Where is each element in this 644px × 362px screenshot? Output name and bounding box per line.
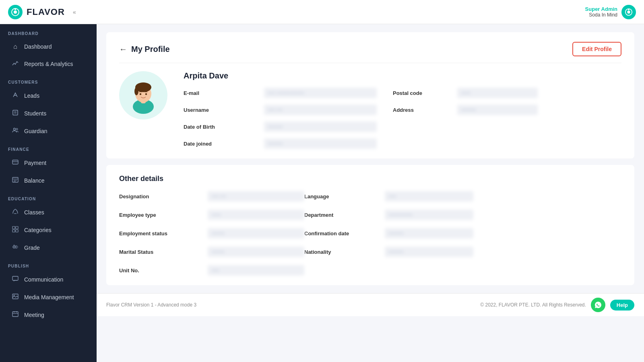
sidebar-section-dashboard: DASHBOARD [0, 24, 97, 38]
profile-details: Arpita Dave E-mail •••• ••••••••••••••• … [184, 71, 621, 149]
sidebar-label-balance: Balance [24, 177, 45, 184]
media-icon [11, 293, 19, 301]
user-info: Super Admin Soda In Mind [585, 6, 617, 18]
sidebar-label-grade: Grade [24, 245, 40, 251]
confirmation-date-label: Confirmation date [304, 230, 385, 237]
marital-value: ••••••• [208, 247, 304, 257]
sidebar-label-guardian: Guardian [24, 128, 47, 134]
sidebar-label-classes: Classes [24, 209, 44, 216]
sidebar-label-communication: Communication [24, 276, 63, 283]
unit-label: Unit No. [119, 267, 208, 274]
sidebar-item-leads[interactable]: Leads [3, 87, 93, 104]
svg-rect-12 [12, 160, 18, 164]
sidebar-section-finance: FINANCE [0, 140, 97, 154]
profile-fields: E-mail •••• ••••••••••••••• Postal code … [184, 88, 621, 149]
profile-card: ← My Profile Edit Profile [106, 32, 634, 158]
footer-right: © 2022, FLAVOR PTE. LTD. All Rights Rese… [480, 298, 634, 312]
email-label: E-mail [184, 90, 264, 96]
sidebar-item-classes[interactable]: Classes [3, 204, 93, 221]
employment-status-label: Employment status [119, 230, 208, 237]
home-icon: ⌂ [11, 43, 19, 50]
sidebar: DASHBOARD ⌂ Dashboard Reports & Analytic… [0, 24, 97, 362]
employee-type-label: Employee type [119, 212, 208, 218]
address-value: •••••••• [457, 105, 538, 115]
svg-rect-22 [16, 230, 18, 232]
meeting-icon [11, 311, 19, 319]
svg-point-24 [14, 247, 14, 247]
edit-profile-button[interactable]: Edit Profile [572, 42, 621, 56]
app-name: FLAVOR [27, 7, 65, 17]
leads-icon [11, 92, 19, 100]
user-avatar-icon[interactable] [621, 5, 636, 19]
footer-version: Flavor CRM Version 1 - Advanced mode 3 [106, 302, 196, 308]
profile-name: Arpita Dave [184, 71, 621, 80]
page-title: My Profile [131, 45, 170, 54]
students-icon [11, 109, 19, 117]
svg-point-41 [140, 93, 141, 95]
sidebar-item-communication[interactable]: Communication [3, 271, 93, 288]
user-role: Super Admin [585, 6, 617, 12]
svg-point-40 [134, 87, 138, 95]
communication-icon [11, 276, 19, 284]
sidebar-item-guardian[interactable]: Guardian [3, 123, 93, 140]
sidebar-item-meeting[interactable]: Meeting [3, 306, 93, 323]
profile-body: Arpita Dave E-mail •••• ••••••••••••••• … [119, 71, 621, 149]
language-label: Language [304, 193, 385, 200]
username-value: •••• ••• [264, 105, 377, 115]
svg-rect-7 [13, 110, 18, 115]
sidebar-label-categories: Categories [24, 227, 52, 233]
classes-icon [11, 208, 19, 216]
language-value: •••• [385, 191, 473, 202]
employment-status-value: ••••••• [208, 228, 304, 239]
sidebar-section-customers: CUSTOMERS [0, 73, 97, 87]
sidebar-label-reports: Reports & Analytics [24, 61, 73, 67]
postal-value: ••••• [457, 88, 538, 98]
other-details-title: Other details [119, 175, 621, 183]
sidebar-label-leads: Leads [24, 93, 39, 99]
designation-value: •••• ••• [208, 191, 304, 202]
help-button[interactable]: Help [610, 300, 634, 311]
main-layout: DASHBOARD ⌂ Dashboard Reports & Analytic… [0, 24, 644, 362]
page-title-area: ← My Profile [119, 45, 170, 54]
top-header: FLAVOR « Super Admin Soda In Mind [0, 0, 644, 24]
sidebar-item-categories[interactable]: Categories [3, 222, 93, 239]
nationality-value: •••••••• [385, 247, 473, 257]
sidebar-item-grade[interactable]: Grade [3, 239, 93, 256]
address-label: Address [377, 107, 457, 113]
sidebar-item-balance[interactable]: Balance [3, 172, 93, 189]
main-content: ← My Profile Edit Profile [97, 24, 644, 362]
designation-label: Designation [119, 193, 208, 200]
logo-icon [8, 5, 23, 19]
employee-type-value: ••••• [208, 210, 304, 220]
sidebar-item-students[interactable]: Students [3, 105, 93, 122]
profile-card-header: ← My Profile Edit Profile [119, 42, 621, 63]
svg-point-10 [14, 128, 16, 130]
payment-icon [11, 159, 19, 167]
confirmation-date-value: •••••••• [385, 228, 473, 239]
sidebar-label-meeting: Meeting [24, 312, 44, 318]
user-company: Soda In Mind [585, 12, 617, 18]
svg-point-11 [16, 128, 18, 130]
postal-label: Postal code [377, 90, 457, 96]
sidebar-section-education: EDUCATION [0, 189, 97, 204]
sidebar-item-payment[interactable]: Payment [3, 154, 93, 171]
svg-rect-14 [12, 177, 18, 182]
user-area: Super Admin Soda In Mind [585, 5, 636, 19]
dob-label: Date of Birth [184, 124, 264, 130]
dob-value: •••••••• [264, 121, 377, 132]
svg-rect-29 [12, 276, 18, 280]
sidebar-label-dashboard: Dashboard [24, 43, 52, 50]
other-details-grid: Designation •••• ••• Language •••• Emplo… [119, 191, 621, 276]
sidebar-item-dashboard[interactable]: ⌂ Dashboard [3, 39, 93, 55]
categories-icon [11, 226, 19, 234]
svg-point-5 [628, 8, 630, 10]
sidebar-item-media[interactable]: Media Management [3, 289, 93, 306]
whatsapp-button[interactable] [591, 298, 605, 312]
back-arrow-button[interactable]: ← [119, 45, 127, 54]
avatar [119, 71, 167, 119]
date-joined-value: •••••••• [264, 138, 377, 149]
other-details-card: Other details Designation •••• ••• Langu… [106, 165, 634, 285]
sidebar-item-reports[interactable]: Reports & Analytics [3, 56, 93, 72]
svg-rect-19 [12, 226, 15, 229]
collapse-sidebar-button[interactable]: « [69, 6, 80, 18]
